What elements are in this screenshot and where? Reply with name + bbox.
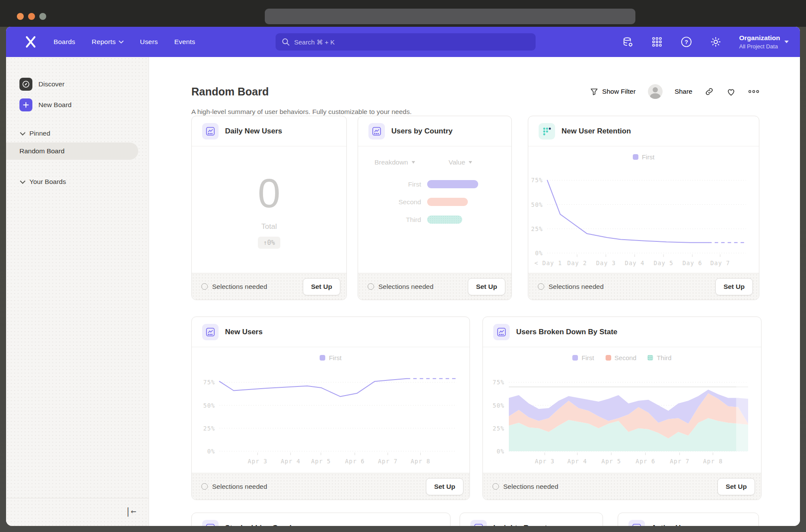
- line-chart-icon: [628, 520, 645, 526]
- org-switcher[interactable]: Organization All Project Data: [739, 34, 789, 50]
- nav-link-events[interactable]: Events: [174, 38, 195, 46]
- setup-button[interactable]: Set Up: [715, 278, 753, 295]
- svg-text:Apr 8: Apr 8: [703, 458, 723, 465]
- more-options-icon[interactable]: [748, 90, 759, 93]
- setup-button[interactable]: Set Up: [426, 478, 463, 495]
- chart-legend: First Second Third: [483, 347, 761, 368]
- window-zoom-button[interactable]: [39, 13, 46, 20]
- window-close-button[interactable]: [17, 13, 24, 20]
- svg-text:75%: 75%: [531, 177, 543, 184]
- sidebar-section-your-boards[interactable]: Your Boards: [21, 178, 66, 186]
- svg-text:Apr 3: Apr 3: [248, 458, 268, 465]
- new-users-line-chart: 0%25%50%75%Apr 3Apr 4Apr 5Apr 6Apr 7Apr …: [192, 368, 470, 473]
- org-scope: All Project Data: [739, 43, 780, 50]
- discover-compass-icon: [19, 78, 32, 91]
- chevron-down-icon: [119, 41, 124, 44]
- org-name: Organization: [739, 34, 780, 42]
- avatar[interactable]: [648, 84, 663, 99]
- metric-label: Total: [261, 222, 277, 231]
- browser-chrome: [0, 0, 806, 27]
- svg-text:Apr 5: Apr 5: [601, 458, 621, 465]
- line-chart-icon: [202, 520, 219, 526]
- plus-icon: [19, 98, 32, 111]
- card-insights-report: Insights Report: [460, 513, 603, 526]
- svg-text:75%: 75%: [203, 379, 215, 386]
- breakdown-dropdown[interactable]: Breakdown: [374, 158, 415, 166]
- settings-gear-icon[interactable]: [710, 36, 722, 48]
- card-daily-new-users: Daily New Users 0 Total ↑0% Selections n…: [191, 116, 347, 300]
- svg-text:25%: 25%: [531, 225, 543, 232]
- svg-text:50%: 50%: [203, 402, 215, 409]
- legend-chip: [572, 355, 578, 361]
- svg-text:Day 5: Day 5: [654, 260, 673, 266]
- setup-button[interactable]: Set Up: [717, 478, 755, 495]
- chart-legend: First: [192, 347, 470, 368]
- bar-second: [427, 198, 468, 206]
- svg-text:0%: 0%: [535, 250, 543, 256]
- chevron-down-icon: [20, 178, 25, 184]
- bar-row: Third: [358, 215, 511, 224]
- show-filter-button[interactable]: Show Filter: [590, 88, 636, 96]
- sidebar-item-new-board[interactable]: New Board: [19, 98, 72, 111]
- card-status: Selections needed: [538, 283, 715, 291]
- retention-dots-icon: [539, 123, 555, 139]
- nav-link-users[interactable]: Users: [140, 38, 158, 46]
- svg-text:Day 6: Day 6: [682, 260, 702, 266]
- screen: Boards Reports Users Events: [0, 0, 806, 532]
- help-icon[interactable]: ?: [680, 36, 692, 48]
- svg-text:Day 2: Day 2: [567, 260, 587, 266]
- svg-text:Apr 7: Apr 7: [670, 458, 690, 465]
- sidebar-collapse-button[interactable]: |←: [125, 506, 136, 516]
- bar-third: [427, 215, 462, 224]
- card-stacked-line-graph: Stacked Line Graph: [191, 513, 451, 526]
- sidebar-section-pinned[interactable]: Pinned: [21, 130, 50, 137]
- legend-chip: [320, 355, 325, 361]
- value-dropdown[interactable]: Value: [449, 158, 473, 166]
- sidebar-item-discover[interactable]: Discover: [19, 78, 64, 91]
- share-button[interactable]: Share: [675, 88, 692, 95]
- page-subtitle: A high-level summary of user behaviors. …: [191, 108, 412, 116]
- card-title: Active Users: [651, 524, 696, 526]
- window-minimize-button[interactable]: [28, 13, 35, 20]
- status-circle-icon: [368, 283, 374, 290]
- legend-item-first: First: [633, 153, 654, 161]
- svg-text:Apr 8: Apr 8: [411, 458, 431, 465]
- card-new-user-retention: New User Retention First 0%25%50%75%< Da…: [528, 116, 759, 300]
- board-content: Random Board A high-level summary of use…: [149, 57, 800, 526]
- svg-text:Apr 6: Apr 6: [345, 458, 365, 465]
- svg-text:0%: 0%: [497, 448, 505, 455]
- nav-link-boards[interactable]: Boards: [54, 38, 75, 46]
- card-status: Selections needed: [201, 483, 426, 491]
- top-nav: Boards Reports Users Events: [6, 27, 800, 57]
- browser-tab[interactable]: [265, 9, 635, 24]
- svg-text:Day 4: Day 4: [625, 260, 645, 266]
- favorite-heart-icon[interactable]: [726, 87, 736, 97]
- filter-funnel-icon: [590, 88, 598, 96]
- chevron-down-icon: [412, 161, 415, 164]
- setup-button[interactable]: Set Up: [468, 278, 505, 295]
- sidebar-item-random-board[interactable]: Random Board: [6, 142, 138, 160]
- card-users-by-state: Users Broken Down By State First Second: [482, 317, 762, 500]
- data-management-icon[interactable]: [622, 36, 634, 48]
- legend-chip: [633, 154, 638, 160]
- status-circle-icon: [201, 483, 208, 490]
- card-status: Selections needed: [201, 283, 303, 291]
- svg-text:Apr 7: Apr 7: [378, 458, 398, 465]
- card-title: Users Broken Down By State: [516, 328, 617, 336]
- card-new-users: New Users First 0%25%50%75%Apr 3Apr 4Apr…: [191, 317, 470, 500]
- svg-text:Apr 5: Apr 5: [311, 458, 331, 465]
- card-status: Selections needed: [368, 283, 468, 291]
- apps-grid-icon[interactable]: [651, 36, 663, 48]
- search-input[interactable]: [294, 38, 530, 46]
- copy-link-icon[interactable]: [704, 87, 714, 96]
- bar-first: [427, 180, 478, 188]
- setup-button[interactable]: Set Up: [303, 278, 340, 295]
- svg-text:Apr 4: Apr 4: [281, 458, 301, 465]
- legend-item-first: First: [320, 354, 341, 361]
- mixpanel-logo-icon[interactable]: [24, 35, 37, 48]
- global-search[interactable]: [276, 33, 536, 51]
- card-title: Daily New Users: [225, 127, 282, 136]
- nav-link-reports[interactable]: Reports: [92, 38, 124, 46]
- svg-text:25%: 25%: [493, 425, 505, 432]
- card-title: New Users: [225, 328, 263, 336]
